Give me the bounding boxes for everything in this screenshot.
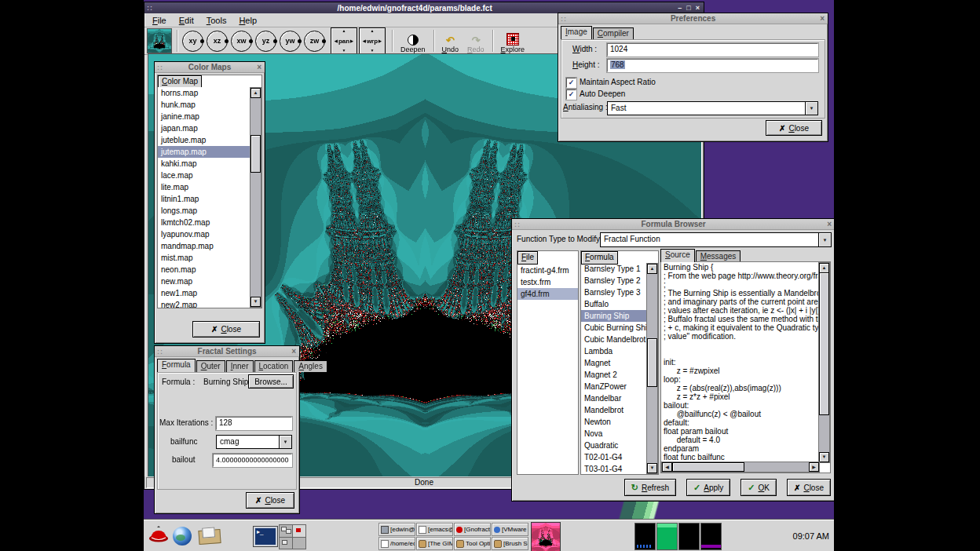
formula-item-barnsley-type-2[interactable]: Barnsley Type 2 — [581, 275, 648, 286]
source-vscrollbar[interactable]: ▲ ▼ — [818, 262, 830, 463]
colormap-item-lkmtch02-map[interactable]: lkmtch02.map — [158, 217, 251, 228]
mail-icon[interactable] — [198, 529, 221, 545]
maintain-aspect-checkbox[interactable]: ✓ — [566, 78, 576, 88]
tab-formula[interactable]: Formula — [157, 359, 196, 372]
formula-item-magnet[interactable]: Magnet — [581, 357, 648, 369]
tab-outer[interactable]: Outer — [196, 360, 225, 372]
rotate-button-yw[interactable]: yw — [280, 31, 301, 52]
auto-deepen-checkbox[interactable]: ✓ — [566, 89, 576, 100]
formula-item-manzpower[interactable]: ManZPower — [581, 381, 648, 392]
colormap-item-new-map[interactable]: new.map — [158, 276, 251, 287]
scroll-down-icon[interactable]: ▼ — [819, 452, 829, 462]
preferences-titlebar[interactable]: :: Preferences × — [558, 13, 828, 24]
workspace-switcher[interactable] — [279, 524, 306, 549]
colormap-item-lace-map[interactable]: lace.map — [158, 170, 251, 181]
colormap-item-lyapunov-map[interactable]: lyapunov.map — [158, 228, 251, 240]
minimize-icon[interactable]: – — [678, 4, 682, 12]
formula-item-cubic-mandelbrot[interactable]: Cubic Mandelbrot — [581, 334, 648, 345]
rotate-button-xy[interactable]: xy — [182, 31, 203, 52]
menu-tools[interactable]: Tools — [200, 15, 233, 26]
bailfunc-select[interactable]: cmag ▼ — [216, 435, 292, 449]
scroll-left-icon[interactable]: ◀ — [662, 462, 672, 472]
fractal-settings-titlebar[interactable]: :: Fractal Settings × — [155, 346, 299, 357]
tab-compiler[interactable]: Compiler — [593, 27, 634, 39]
colormap-item-longs-map[interactable]: longs.map — [158, 205, 251, 217]
tab-location[interactable]: Location — [254, 360, 294, 372]
taskbar-task-emacs-l[interactable]: [emacs@l — [416, 523, 453, 536]
colormap-item-hunk-map[interactable]: hunk.map — [158, 99, 251, 111]
file-item-gf4d-frm[interactable]: gf4d.frm — [517, 288, 578, 300]
spin-down-icon[interactable]: ▼ — [342, 49, 346, 53]
browser-globe-icon[interactable] — [173, 527, 192, 546]
terminal-launcher-icon[interactable]: ▸_ — [254, 527, 277, 546]
colormap-item-lite-map[interactable]: lite.map — [158, 181, 251, 193]
bailout-input[interactable]: 4.00000000000000000 — [213, 454, 292, 467]
close-icon[interactable]: × — [288, 347, 299, 356]
workspace-3[interactable] — [280, 538, 292, 549]
spin-right-icon[interactable]: ▶ — [350, 38, 353, 43]
formula-item-burning-ship[interactable]: Burning Ship — [581, 310, 648, 322]
scrollbar-thumb[interactable] — [672, 462, 744, 472]
source-hscrollbar[interactable]: ◀ ▶ — [661, 462, 820, 473]
width-input[interactable]: 1024 — [607, 43, 818, 57]
panel-applet[interactable] — [678, 523, 700, 550]
file-list-header[interactable]: File — [517, 251, 538, 265]
scroll-up-icon[interactable]: ▲ — [647, 264, 657, 274]
main-titlebar[interactable]: :: /home/edwin/gnofract4d/params/blade.f… — [144, 2, 704, 13]
system-monitor-applet[interactable] — [634, 523, 656, 550]
colormap-item-neon-map[interactable]: neon.map — [158, 264, 251, 276]
spin-up-icon[interactable]: ▲ — [342, 29, 346, 33]
load-meter-applet[interactable] — [656, 523, 678, 550]
deepen-button[interactable]: Deepen — [397, 29, 429, 53]
chevron-down-icon[interactable]: ▼ — [818, 233, 831, 246]
spin-button-pan[interactable]: ▲◀pan▶▼ — [331, 27, 357, 54]
close-icon[interactable]: × — [817, 14, 828, 23]
colormaps-titlebar[interactable]: :: Color Maps × — [155, 62, 265, 73]
formula-item-t02-01-g4[interactable]: T02-01-G4 — [581, 451, 648, 463]
file-item-fractint-g4-frm[interactable]: fractint-g4.frm — [517, 265, 578, 276]
menu-file[interactable]: File — [146, 15, 173, 26]
tab-angles[interactable]: Angles — [294, 360, 327, 372]
taskbar-task-gnofract4[interactable]: [Gnofract4 — [454, 523, 491, 536]
spin-down-icon[interactable]: ▼ — [371, 49, 375, 53]
spin-button-wrp[interactable]: ▲◀wrp▶▼ — [359, 27, 386, 54]
formula-item-quadratic[interactable]: Quadratic — [581, 440, 648, 451]
scrollbar-thumb[interactable] — [647, 338, 657, 387]
scroll-down-icon[interactable]: ▼ — [647, 463, 657, 473]
colormap-item-mandmap-map[interactable]: mandmap.map — [158, 240, 251, 252]
panel-applet-purple[interactable] — [700, 523, 722, 550]
taskbar-task-vmware-v[interactable]: [VMware V — [492, 523, 528, 536]
close-icon[interactable]: × — [824, 220, 834, 228]
ok-button[interactable]: ✓ OK — [740, 479, 777, 496]
formula-item-t03-01-g4[interactable]: T03-01-G4 — [581, 463, 648, 474]
workspace-1[interactable] — [280, 525, 292, 537]
spin-left-icon[interactable]: ◀ — [335, 38, 338, 43]
colormap-scrollbar[interactable]: ▲ ▼ — [250, 87, 261, 308]
formula-item-mandelbar[interactable]: Mandelbar — [581, 392, 648, 404]
spin-left-icon[interactable]: ◀ — [363, 38, 366, 43]
menu-edit[interactable]: Edit — [173, 15, 200, 26]
colormap-item-litnin1-map[interactable]: litnin1.map — [158, 193, 251, 205]
spin-up-icon[interactable]: ▲ — [371, 29, 375, 33]
tab-image[interactable]: Image — [561, 26, 592, 39]
colormap-item-new2-map[interactable]: new2.map — [158, 299, 251, 308]
colormap-item-japan-map[interactable]: japan.map — [158, 122, 251, 134]
scroll-down-icon[interactable]: ▼ — [250, 297, 261, 307]
scroll-right-icon[interactable]: ▶ — [809, 462, 819, 472]
antialiasing-select[interactable]: Fast ▼ — [607, 101, 818, 115]
file-item-testx-frm[interactable]: testx.frm — [517, 276, 578, 288]
menu-help[interactable]: Help — [232, 15, 263, 26]
formula-item-cubic-burning-ship[interactable]: Cubic Burning Ship — [581, 322, 648, 334]
redhat-menu-icon[interactable] — [148, 526, 170, 546]
scrollbar-thumb[interactable] — [250, 135, 261, 173]
formula-item-newton[interactable]: Newton — [581, 416, 648, 428]
tab-inner[interactable]: Inner — [226, 360, 254, 372]
taskbar-task-the-gimi[interactable]: [The GIMI — [416, 537, 453, 550]
taskbar-task-tool-optic[interactable]: Tool Optic — [454, 537, 491, 550]
scrollbar-thumb[interactable] — [819, 272, 829, 415]
rotate-button-xw[interactable]: xw — [231, 31, 252, 52]
chevron-down-icon[interactable]: ▼ — [279, 436, 291, 448]
workspace-4[interactable] — [293, 538, 305, 549]
formula-scrollbar[interactable]: ▲ ▼ — [646, 263, 658, 474]
fractal-app-thumbnail[interactable] — [531, 522, 561, 551]
